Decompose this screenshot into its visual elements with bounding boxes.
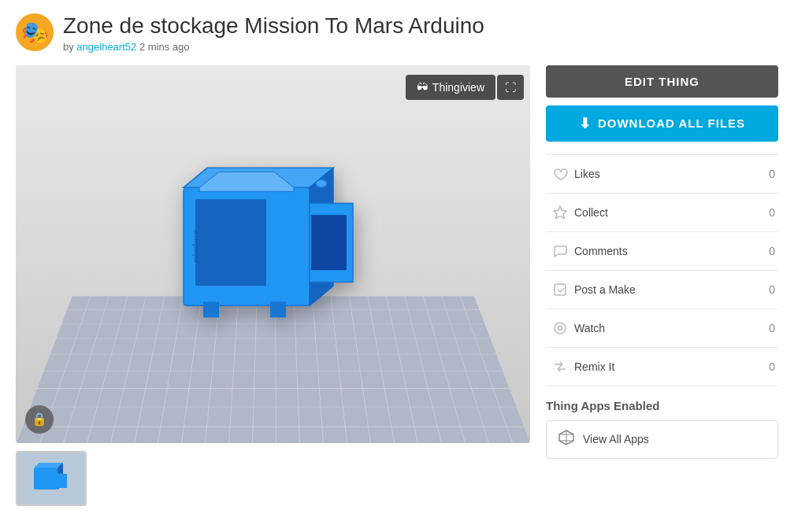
thingiview-label: Thingiview: [432, 81, 484, 94]
watch-icon: [549, 317, 571, 339]
likes-label: Likes: [574, 168, 769, 180]
view-all-apps-button[interactable]: View All Apps: [546, 420, 778, 459]
thing-apps-section: Thing Apps Enabled View All Apps: [546, 399, 778, 459]
svg-rect-9: [270, 301, 286, 317]
likes-icon: [549, 163, 571, 185]
post-a-make-count: 0: [769, 283, 775, 296]
post-a-make-label: Post a Make: [574, 283, 769, 296]
comments-label: Comments: [574, 245, 769, 257]
download-icon: ⬇: [579, 115, 592, 132]
thingiview-icon: 🕶: [417, 81, 428, 94]
fullscreen-icon: ⛶: [505, 81, 516, 94]
thumbnail-row: [16, 451, 530, 506]
page-wrapper: 🎭 Zone de stockage Mission To Mars Ardui…: [0, 0, 794, 532]
comments-icon: [549, 240, 571, 262]
right-column: EDIT THING ⬇ DOWNLOAD ALL FILES Likes 0: [546, 65, 778, 459]
stats-item-watch[interactable]: Watch 0: [546, 309, 778, 348]
left-column: robotforce 🕶 Thingiview ⛶ 🔒: [16, 65, 530, 506]
thing-apps-title: Thing Apps Enabled: [546, 399, 778, 412]
collect-label: Collect: [574, 206, 769, 219]
watch-count: 0: [769, 322, 775, 334]
cube-icon: [558, 429, 575, 450]
time-ago: 2 mins ago: [139, 41, 190, 53]
lock-icon: 🔒: [32, 412, 47, 427]
svg-rect-8: [203, 301, 219, 317]
stats-item-post-a-make[interactable]: Post a Make 0: [546, 271, 778, 309]
thumbnail-item[interactable]: [16, 451, 87, 506]
svg-marker-15: [554, 206, 566, 219]
collect-icon: [549, 201, 571, 224]
svg-rect-5: [311, 215, 347, 270]
viewer-container: robotforce 🕶 Thingiview ⛶ 🔒: [16, 65, 530, 443]
header-meta: by angelheart52 2 mins ago: [63, 41, 484, 53]
svg-point-6: [316, 179, 327, 187]
collect-count: 0: [769, 206, 775, 219]
svg-rect-11: [34, 467, 58, 490]
page-header: 🎭 Zone de stockage Mission To Mars Ardui…: [16, 13, 778, 53]
svg-rect-16: [555, 284, 566, 295]
3d-object: robotforce: [152, 140, 373, 347]
author-link[interactable]: angelheart52: [76, 41, 136, 53]
download-label: DOWNLOAD ALL FILES: [598, 116, 745, 130]
thumbnail-svg: [28, 460, 75, 497]
page-title: Zone de stockage Mission To Mars Arduino: [63, 13, 484, 39]
header-text: Zone de stockage Mission To Mars Arduino…: [63, 13, 484, 53]
edit-thing-button[interactable]: EDIT THING: [546, 65, 778, 98]
svg-text:robotforce: robotforce: [191, 230, 199, 262]
svg-point-17: [555, 323, 566, 334]
stats-item-collect[interactable]: Collect 0: [546, 194, 778, 232]
svg-rect-3: [195, 199, 266, 286]
stats-item-remix-it[interactable]: Remix It 0: [546, 348, 778, 386]
stats-item-likes[interactable]: Likes 0: [546, 155, 778, 194]
comments-count: 0: [769, 245, 775, 257]
svg-rect-14: [58, 474, 67, 488]
remix-it-count: 0: [769, 360, 775, 373]
svg-point-18: [558, 326, 562, 330]
stats-item-comments[interactable]: Comments 0: [546, 232, 778, 271]
likes-count: 0: [769, 168, 775, 180]
fullscreen-button[interactable]: ⛶: [497, 75, 524, 100]
download-all-files-button[interactable]: ⬇ DOWNLOAD ALL FILES: [546, 105, 778, 142]
remix-it-label: Remix It: [574, 360, 769, 373]
remix-it-icon: [549, 356, 571, 378]
thingiview-button[interactable]: 🕶 Thingiview: [406, 75, 495, 100]
view-all-apps-label: View All Apps: [583, 433, 649, 445]
main-layout: robotforce 🕶 Thingiview ⛶ 🔒: [16, 65, 778, 506]
stats-list: Likes 0 Collect 0: [546, 154, 778, 386]
viewer-background: robotforce: [16, 65, 530, 443]
3d-object-svg: robotforce: [152, 140, 373, 345]
watch-label: Watch: [574, 322, 769, 334]
post-a-make-icon: [549, 279, 571, 301]
avatar: 🎭: [16, 13, 54, 51]
lock-button[interactable]: 🔒: [25, 405, 54, 434]
